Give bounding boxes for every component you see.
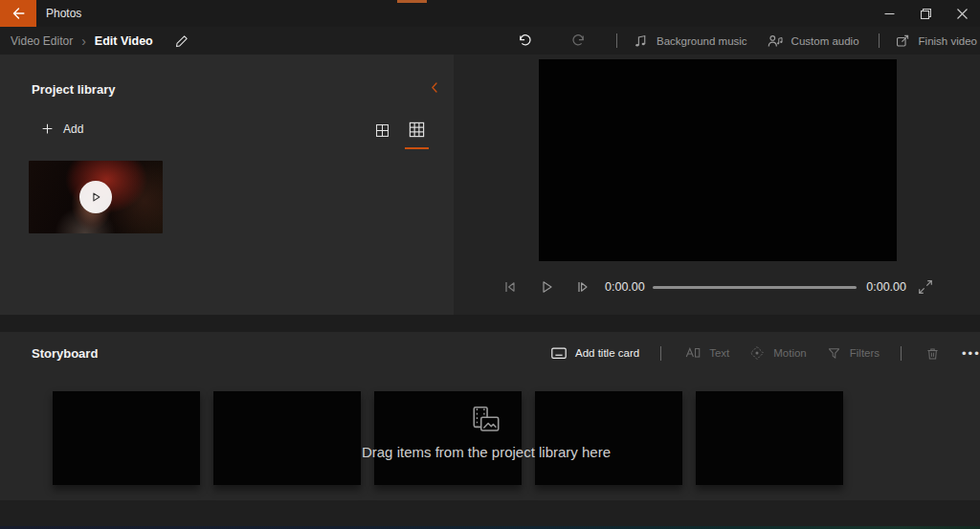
play-overlay-button[interactable] [79, 181, 112, 213]
add-title-card-label: Add title card [575, 347, 639, 359]
ellipsis-icon: ••• [962, 347, 980, 360]
person-audio-icon [767, 33, 784, 50]
chevron-left-icon [428, 80, 442, 95]
trash-icon [924, 345, 941, 362]
plus-icon [40, 121, 55, 136]
custom-audio-label: Custom audio [791, 35, 859, 47]
next-frame-button[interactable] [573, 277, 592, 297]
toolbar-divider [879, 33, 880, 48]
custom-audio-button[interactable]: Custom audio [767, 33, 859, 50]
elapsed-time: 0:00.00 [605, 280, 651, 294]
photos-video-editor-window: Photos Video Editor [0, 0, 980, 529]
add-media-label: Add [63, 122, 83, 136]
pencil-icon [174, 33, 190, 49]
app-title: Photos [46, 0, 81, 27]
command-toolbar: Background music Custom audio [507, 27, 980, 55]
collapse-panel-button[interactable] [428, 80, 442, 95]
storyboard-more-button[interactable]: ••• [962, 347, 980, 360]
filters-icon [826, 345, 842, 362]
storyboard-card[interactable] [696, 391, 843, 485]
filters-label: Filters [850, 347, 880, 359]
add-media-button[interactable]: Add [40, 121, 83, 136]
breadcrumb-separator: › [81, 34, 86, 48]
command-bar: Video Editor › Edit Video [0, 27, 980, 55]
finish-video-button[interactable]: Finish video [895, 33, 977, 49]
back-button[interactable] [0, 0, 36, 27]
rename-project-button[interactable] [174, 33, 190, 49]
background-music-button[interactable]: Background music [633, 33, 747, 49]
filters-button[interactable]: Filters [826, 345, 880, 362]
text-label: Text [709, 347, 729, 359]
storyboard-card[interactable] [374, 391, 522, 485]
storyboard-cards [53, 391, 843, 485]
small-grid-view-button[interactable] [405, 118, 429, 142]
video-thumbnail[interactable] [29, 161, 163, 233]
motion-icon [748, 344, 766, 362]
minimize-icon [884, 9, 895, 19]
storyboard-card[interactable] [535, 391, 682, 485]
accent-strip [397, 0, 427, 3]
play-icon [89, 190, 102, 204]
total-duration: 0:00.00 [860, 280, 906, 294]
music-note-icon [633, 33, 649, 49]
redo-button[interactable] [561, 33, 595, 49]
breadcrumb-video-editor[interactable]: Video Editor [11, 34, 73, 48]
active-view-underline [405, 147, 429, 149]
restore-icon [921, 9, 931, 19]
close-icon [957, 9, 968, 19]
storyboard-toolbar: Add title card Text Motion [550, 342, 980, 364]
minimize-button[interactable] [871, 0, 907, 27]
project-library-panel: Project library Add [0, 55, 454, 315]
title-bar: Photos [0, 0, 980, 27]
fullscreen-button[interactable] [917, 278, 934, 296]
window-controls [871, 0, 980, 27]
play-button[interactable] [537, 277, 556, 297]
undo-button[interactable] [507, 33, 542, 49]
toolbar-divider [901, 346, 902, 361]
storyboard-card[interactable] [53, 391, 200, 485]
background-music-label: Background music [657, 35, 747, 47]
section-divider [0, 315, 980, 332]
storyboard-title: Storyboard [32, 346, 98, 361]
storyboard-card[interactable] [213, 391, 361, 485]
breadcrumb: Video Editor › Edit Video [11, 27, 190, 55]
breadcrumb-current-wrap: Edit Video [95, 32, 153, 51]
finish-video-label: Finish video [919, 35, 977, 47]
previous-frame-icon [501, 277, 520, 297]
previous-frame-button[interactable] [501, 277, 520, 297]
grid-3x3-icon [408, 121, 426, 139]
project-library-title: Project library [32, 82, 115, 97]
title-card-icon [550, 344, 568, 362]
add-title-card-button[interactable]: Add title card [550, 344, 639, 362]
expand-icon [917, 278, 934, 296]
close-button[interactable] [944, 0, 980, 27]
delete-button[interactable] [924, 345, 941, 362]
video-preview [539, 59, 897, 261]
undo-icon [517, 33, 533, 49]
text-icon [684, 344, 702, 362]
restore-button[interactable] [907, 0, 944, 27]
large-grid-view-button[interactable] [371, 120, 393, 142]
text-button[interactable]: Text [684, 344, 729, 362]
toolbar-divider [660, 346, 661, 361]
grid-2x2-icon [374, 122, 390, 139]
toolbar-divider [616, 33, 617, 48]
next-frame-icon [573, 277, 592, 297]
library-view-toggles [371, 118, 429, 142]
breadcrumb-edit-video[interactable]: Edit Video [95, 34, 153, 48]
redo-icon [570, 33, 587, 49]
play-icon [537, 277, 556, 297]
playback-slider[interactable] [653, 286, 857, 289]
motion-button[interactable]: Motion [748, 344, 807, 362]
back-arrow-icon [10, 5, 27, 22]
storyboard-section: Storyboard Add title card Text [0, 332, 980, 500]
motion-label: Motion [773, 347, 807, 359]
export-video-icon [895, 33, 911, 49]
bottom-margin [0, 500, 980, 529]
